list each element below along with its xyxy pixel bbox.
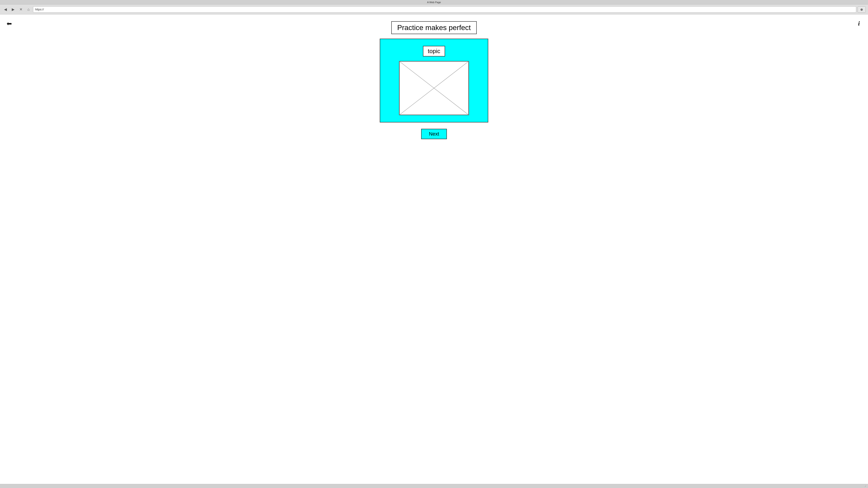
page-content: ⬅ i Practice makes perfect topic Next xyxy=(0,14,868,484)
browser-titlebar: A Web Page xyxy=(0,0,868,4)
info-button[interactable]: i xyxy=(855,19,864,28)
topic-label: topic xyxy=(423,46,445,57)
main-card: topic xyxy=(380,39,488,123)
address-bar[interactable] xyxy=(33,6,856,13)
status-icon: ⟋ xyxy=(864,485,867,487)
back-button[interactable]: ⬅ xyxy=(4,19,13,28)
back-icon: ⬅ xyxy=(6,20,12,27)
forward-nav-icon: ▶ xyxy=(12,7,14,11)
back-nav-button[interactable]: ◀ xyxy=(2,6,8,13)
browser-title: A Web Page xyxy=(427,1,441,4)
close-nav-icon: ✕ xyxy=(20,7,22,11)
next-button[interactable]: Next xyxy=(421,129,447,139)
image-placeholder xyxy=(399,61,469,115)
close-nav-button[interactable]: ✕ xyxy=(18,6,24,13)
forward-nav-button[interactable]: ▶ xyxy=(10,6,16,13)
home-nav-icon: ⌂ xyxy=(27,7,30,11)
browser-action-button[interactable]: ⊕ xyxy=(858,6,866,13)
browser-action-icon: ⊕ xyxy=(860,8,863,11)
browser-status-bar: ⟋ xyxy=(0,484,868,488)
info-icon: i xyxy=(858,20,860,27)
placeholder-svg xyxy=(399,61,469,115)
page-title: Practice makes perfect xyxy=(391,21,476,34)
home-nav-button[interactable]: ⌂ xyxy=(25,6,32,13)
back-nav-icon: ◀ xyxy=(4,7,7,11)
browser-toolbar: ◀ ▶ ✕ ⌂ ⊕ xyxy=(0,4,868,14)
